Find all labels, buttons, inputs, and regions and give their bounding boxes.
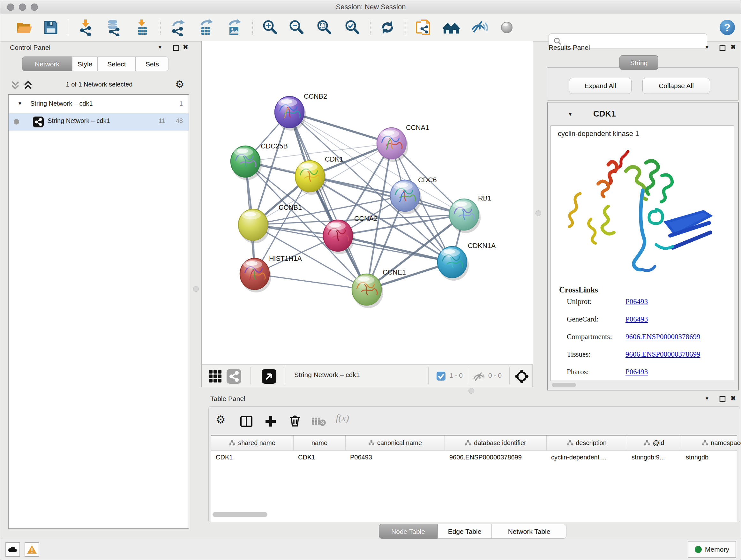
warning-icon xyxy=(27,545,37,554)
table-panel-menu-icon[interactable]: ▼ xyxy=(704,395,710,401)
tab-sets[interactable]: Sets xyxy=(136,57,169,71)
node-CCNB2[interactable] xyxy=(275,97,306,131)
column-header[interactable]: shared name xyxy=(211,435,293,450)
column-header[interactable]: name xyxy=(293,435,346,450)
cell-name[interactable]: CDK1 xyxy=(293,450,346,464)
cell-namespace[interactable]: stringdb xyxy=(681,450,737,464)
show-all-icon[interactable] xyxy=(498,18,516,37)
gear-icon[interactable]: ⚙ xyxy=(175,78,185,90)
open-session-icon[interactable] xyxy=(15,18,33,37)
selected-checkbox-icon[interactable] xyxy=(436,372,446,381)
table-gear-icon[interactable]: ⚙ xyxy=(216,413,225,426)
import-table-icon[interactable] xyxy=(133,18,151,37)
zoom-selected-icon[interactable] xyxy=(343,18,361,37)
tab-node-table[interactable]: Node Table xyxy=(379,524,437,539)
results-scrollbar[interactable] xyxy=(552,383,576,387)
node-CDKN1A[interactable] xyxy=(437,246,469,281)
cloud-button[interactable] xyxy=(5,542,20,557)
edge-CDK1-RB1[interactable] xyxy=(310,176,464,214)
hide-selected-icon[interactable] xyxy=(470,18,488,37)
crosslink-link[interactable]: P06493 xyxy=(625,368,648,376)
tab-network[interactable]: Network xyxy=(22,57,72,71)
expand-all-tree-icon[interactable] xyxy=(10,79,21,90)
table-panel-float-icon[interactable] xyxy=(719,395,726,402)
edge-HIST1H1A-CCNE1[interactable] xyxy=(255,274,367,290)
splitter-handle[interactable] xyxy=(193,286,199,292)
node-CDK1[interactable] xyxy=(295,161,327,195)
add-icon[interactable] xyxy=(264,415,278,428)
table-panel-close-icon[interactable]: ✖ xyxy=(731,394,736,402)
crosshair-icon[interactable] xyxy=(515,369,529,384)
clone-network-icon[interactable] xyxy=(414,18,432,37)
memory-button[interactable]: Memory xyxy=(688,541,736,558)
edge-CCNA2-CDKN1A[interactable] xyxy=(338,236,452,262)
node-RB1[interactable] xyxy=(449,199,481,233)
cell-id[interactable]: stringdb:9... xyxy=(627,450,681,464)
birds-eye-view-icon[interactable] xyxy=(262,369,276,384)
import-network-file-icon[interactable] xyxy=(77,18,94,37)
cell-shared-name[interactable]: CDK1 xyxy=(211,450,293,464)
section-disclosure-icon[interactable]: ▼ xyxy=(568,111,573,117)
node-CDC25B[interactable] xyxy=(231,146,262,180)
tab-select[interactable]: Select xyxy=(98,57,136,71)
network-canvas[interactable]: CCNB2CCNA1CDC25BCDK1CDC6RB1CCNB1CCNA2CDK… xyxy=(201,41,533,364)
network-row-selected[interactable]: String Network – cdk1 11 48 xyxy=(9,113,189,131)
export-image-icon[interactable] xyxy=(225,18,243,37)
zoom-fit-icon[interactable] xyxy=(315,18,333,37)
grid-view-icon[interactable] xyxy=(209,370,222,383)
splitter-handle[interactable] xyxy=(468,388,474,394)
save-session-icon[interactable] xyxy=(42,18,60,37)
results-panel-float-icon[interactable] xyxy=(719,44,726,51)
expand-all-button[interactable]: Expand All xyxy=(569,78,631,94)
column-type-icon xyxy=(368,440,375,446)
table-horizontal-scrollbar[interactable] xyxy=(212,512,267,517)
collapse-all-button[interactable]: Collapse All xyxy=(643,78,710,94)
help-icon[interactable]: ? xyxy=(718,18,736,37)
column-header[interactable]: namespace xyxy=(681,435,741,450)
control-panel-menu-icon[interactable]: ▼ xyxy=(158,44,162,50)
control-panel-float-icon[interactable] xyxy=(173,44,180,51)
node-HIST1H1A[interactable] xyxy=(240,258,271,293)
column-type-icon xyxy=(229,440,235,446)
crosslink-link[interactable]: P06493 xyxy=(625,315,648,323)
column-header[interactable]: description xyxy=(547,435,627,450)
cell-database-identifier[interactable]: 9606.ENSP00000378699 xyxy=(445,450,547,464)
import-network-database-icon[interactable] xyxy=(104,18,122,37)
columns-icon[interactable] xyxy=(239,415,253,428)
tab-string[interactable]: String xyxy=(619,55,658,70)
results-panel-close-icon[interactable]: ✖ xyxy=(731,43,736,51)
tab-network-table[interactable]: Network Table xyxy=(492,524,566,539)
refresh-icon[interactable] xyxy=(379,18,396,37)
column-header[interactable]: @id xyxy=(627,435,681,450)
splitter-handle[interactable] xyxy=(536,210,541,216)
export-table-icon[interactable] xyxy=(197,18,215,37)
crosslink-link[interactable]: 9606.ENSP00000378699 xyxy=(625,333,700,341)
zoom-in-icon[interactable] xyxy=(261,18,279,37)
column-type-icon xyxy=(465,440,471,446)
node-CCNA1[interactable] xyxy=(377,128,408,162)
edge-count: 48 xyxy=(176,117,183,125)
column-label: description xyxy=(576,439,607,447)
disclosure-triangle-icon[interactable]: ▼ xyxy=(17,101,22,106)
table-row[interactable]: CDK1 CDK1 P06493 9606.ENSP00000378699 cy… xyxy=(211,450,737,464)
control-panel-close-icon[interactable]: ✖ xyxy=(183,43,188,51)
edge-CCNB2-CCNE1[interactable] xyxy=(289,112,367,290)
zoom-out-icon[interactable] xyxy=(287,18,306,37)
network-collection-row[interactable]: ▼ String Network – cdk1 1 xyxy=(9,96,189,113)
node-CCNE1[interactable] xyxy=(352,274,383,308)
trash-icon[interactable] xyxy=(288,414,302,428)
collapse-all-tree-icon[interactable] xyxy=(23,79,33,90)
home-networks-icon[interactable] xyxy=(442,18,460,37)
column-header[interactable]: canonical name xyxy=(346,435,445,450)
crosslink-link[interactable]: 9606.ENSP00000378699 xyxy=(625,350,700,358)
tab-edge-table[interactable]: Edge Table xyxy=(437,524,492,539)
share-view-icon[interactable] xyxy=(226,369,241,384)
cell-description[interactable]: cyclin-dependent ... xyxy=(547,450,627,464)
export-network-icon[interactable] xyxy=(169,18,187,37)
tab-style[interactable]: Style xyxy=(72,57,98,71)
cell-canonical-name[interactable]: P06493 xyxy=(346,450,445,464)
crosslink-link[interactable]: P06493 xyxy=(625,298,648,306)
results-panel-menu-icon[interactable]: ▼ xyxy=(704,44,710,50)
column-header[interactable]: database identifier xyxy=(445,435,547,450)
warning-button[interactable] xyxy=(24,542,39,557)
